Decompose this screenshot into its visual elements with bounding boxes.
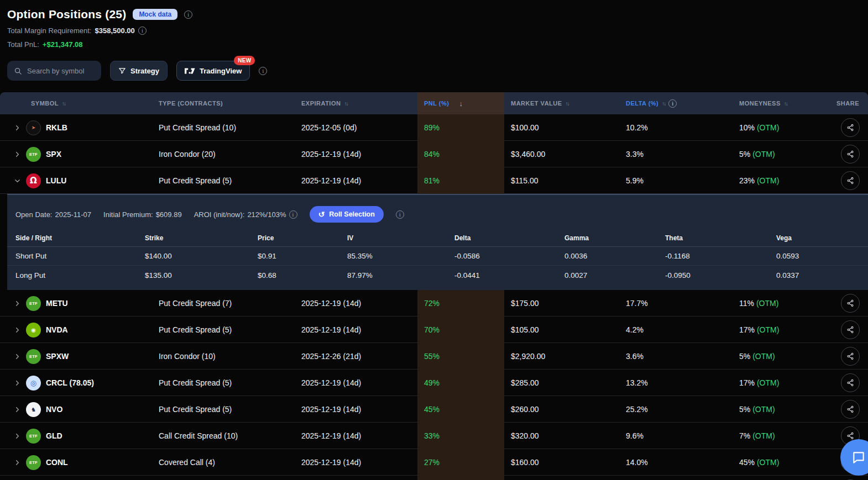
pnl-percent: 45%: [417, 396, 504, 423]
delta-info-icon[interactable]: [668, 99, 677, 108]
column-header-share: SHARE: [829, 100, 868, 107]
circle-logo: ◎: [26, 376, 41, 391]
position-type: Put Credit Spread (5): [159, 405, 301, 414]
moneyness-tag: (OTM): [757, 123, 779, 132]
position-row[interactable]: ◉ NVDA Put Credit Spread (5) 2025-12-19 …: [0, 317, 868, 343]
position-row[interactable]: ♞ NVO Put Credit Spread (5) 2025-12-19 (…: [0, 396, 868, 423]
leg-strike: $135.00: [145, 271, 258, 279]
moneyness-value: 7%: [739, 431, 750, 440]
column-header-symbol[interactable]: SYMBOL↑↓: [0, 100, 159, 107]
share-button[interactable]: [841, 373, 860, 392]
position-row[interactable]: Ω LULU Put Credit Spread (5) 2025-12-19 …: [0, 167, 868, 194]
market-value: $105.00: [504, 325, 619, 334]
position-type: Put Credit Spread (7): [159, 299, 301, 308]
chevron-right-icon[interactable]: [13, 354, 21, 360]
moneyness: 5% (OTM): [733, 352, 829, 361]
chevron-right-icon[interactable]: [13, 407, 21, 413]
etf-badge: ETF: [26, 147, 41, 162]
position-row[interactable]: ETF SPX Iron Condor (20) 2025-12-19 (14d…: [0, 141, 868, 167]
market-value: $2,920.00: [504, 352, 619, 361]
moneyness-value: 17%: [739, 325, 755, 334]
share-icon: [846, 379, 854, 387]
market-value: $115.00: [504, 176, 619, 185]
aroi-info-icon[interactable]: [289, 210, 297, 219]
column-header-pnl[interactable]: PNL (%)↓: [417, 92, 504, 114]
pnl-percent: 72%: [417, 290, 504, 317]
positions-table: SYMBOL↑↓ TYPE (CONTRACTS) EXPIRATION↑↓ P…: [0, 92, 868, 480]
chevron-right-icon[interactable]: [13, 380, 21, 386]
leg-theta: -0.1168: [665, 252, 776, 260]
open-date-label: Open Date:: [15, 210, 53, 219]
filter-icon: [118, 67, 126, 75]
column-header-moneyness[interactable]: MONEYNESS↑↓: [733, 100, 829, 107]
moneyness-value: 5%: [739, 150, 750, 159]
column-header-delta[interactable]: DELTA (%)↑↓: [619, 99, 733, 108]
position-row[interactable]: ◎ CRCL (78.05) Put Credit Spread (5) 202…: [0, 370, 868, 396]
initial-premium-value: $609.89: [156, 210, 182, 219]
delta-percent: 5.9%: [619, 176, 733, 185]
column-header-expiration[interactable]: EXPIRATION↑↓: [301, 100, 417, 107]
share-button[interactable]: [841, 118, 860, 137]
title-info-icon[interactable]: [184, 10, 192, 19]
roll-info-icon[interactable]: [396, 210, 404, 219]
symbol-name: CONL: [46, 458, 68, 467]
share-icon: [846, 352, 854, 360]
leg-gamma: 0.0027: [564, 271, 665, 279]
delta-percent: 10.2%: [619, 123, 733, 132]
tradingview-button[interactable]: TradingView NEW: [176, 61, 250, 81]
column-header-market-value[interactable]: MARKET VALUE↑↓: [504, 100, 619, 107]
roll-selection-button[interactable]: ↺ Roll Selection: [310, 206, 384, 223]
search-icon: [14, 67, 22, 75]
moneyness-value: 23%: [739, 176, 755, 185]
expanded-info-bar: Open Date:2025-11-07 Initial Premium:$60…: [7, 202, 868, 229]
symbol-name: SPXW: [46, 352, 69, 361]
chevron-right-icon[interactable]: [13, 125, 21, 131]
leg-row: Long Put $135.00 $0.68 87.97% -0.0441 0.…: [7, 266, 868, 284]
margin-info-icon[interactable]: [138, 27, 147, 35]
column-header-type[interactable]: TYPE (CONTRACTS): [159, 100, 301, 107]
pnl-percent: 33%: [417, 423, 504, 449]
position-row[interactable]: ETF METU Put Credit Spread (7) 2025-12-1…: [0, 290, 868, 317]
share-button[interactable]: [841, 294, 860, 313]
chevron-right-icon[interactable]: [13, 151, 21, 157]
moneyness-value: 11%: [739, 299, 754, 308]
chevron-down-icon[interactable]: [13, 178, 21, 184]
share-button[interactable]: [841, 171, 860, 190]
strategy-filter-button[interactable]: Strategy: [110, 61, 168, 81]
chevron-right-icon[interactable]: [13, 433, 21, 439]
share-button[interactable]: [841, 400, 860, 419]
pnl-percent: 25%: [417, 476, 504, 480]
moneyness: 45% (OTM): [733, 458, 829, 467]
leg-vega: 0.0593: [776, 252, 868, 260]
chevron-right-icon[interactable]: [13, 327, 21, 333]
position-row[interactable]: ➤ RKLB Put Credit Spread (10) 2025-12-05…: [0, 114, 868, 141]
position-type: Put Credit Spread (5): [159, 176, 301, 185]
symbol-name: METU: [46, 299, 68, 308]
chevron-right-icon[interactable]: [13, 460, 21, 466]
legs-header-vega: Vega: [776, 234, 868, 242]
position-row[interactable]: ETF CONL Covered Call (4) 2025-12-19 (14…: [0, 449, 868, 476]
delta-percent: 9.6%: [619, 431, 733, 440]
share-button[interactable]: [841, 347, 860, 366]
share-button[interactable]: [841, 320, 860, 339]
position-row[interactable]: ETF SPXW Iron Condor (10) 2025-12-26 (21…: [0, 343, 868, 370]
moneyness-tag: (OTM): [752, 352, 775, 361]
lululemon-logo: Ω: [26, 173, 41, 188]
moneyness-tag: (OTM): [752, 431, 775, 440]
market-value: $260.00: [504, 405, 619, 414]
share-icon: [846, 124, 854, 131]
expiration-date: 2025-12-26 (21d): [301, 352, 417, 361]
leg-vega: 0.0337: [776, 271, 868, 279]
moneyness-value: 5%: [739, 405, 750, 414]
chevron-right-icon[interactable]: [13, 300, 21, 307]
share-icon: [846, 432, 854, 440]
tradingview-label: TradingView: [200, 67, 242, 75]
delta-percent: 25.2%: [619, 405, 733, 414]
tradingview-info-icon[interactable]: [259, 67, 267, 75]
search-input[interactable]: Search by symbol: [7, 61, 101, 81]
position-row[interactable]: ETF ETHA (22.71) Cash Secured Put (2) 20…: [0, 476, 868, 480]
share-button[interactable]: [841, 145, 860, 163]
position-row[interactable]: ETF GLD Call Credit Spread (10) 2025-12-…: [0, 423, 868, 449]
market-value: $285.00: [504, 378, 619, 387]
pnl-percent: 81%: [417, 167, 504, 194]
